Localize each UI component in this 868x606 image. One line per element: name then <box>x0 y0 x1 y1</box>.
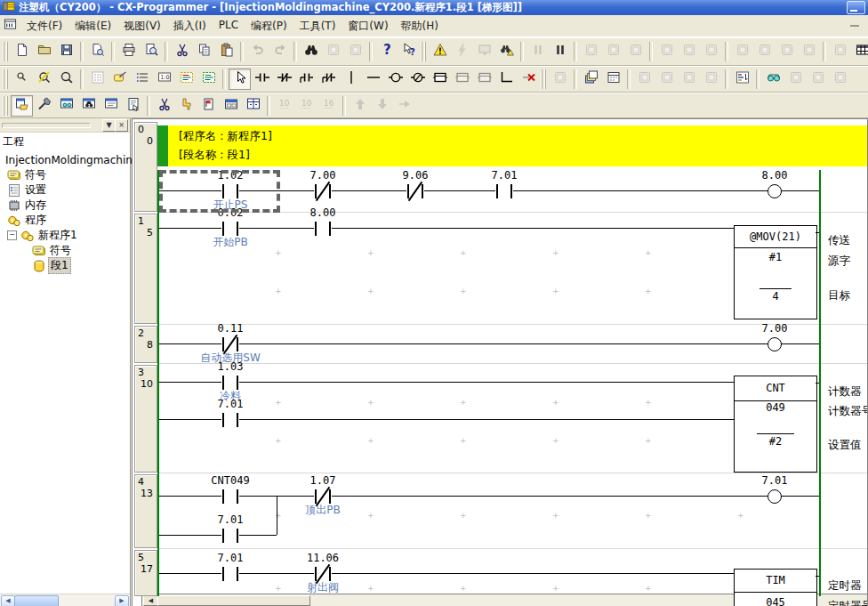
copy-button[interactable] <box>193 41 215 62</box>
rung-margin-3[interactable]: 310 <box>134 365 157 473</box>
local-symbol-table-button[interactable] <box>197 69 220 90</box>
io-table-button[interactable] <box>851 41 868 62</box>
ladder-diagram[interactable]: [程序名 : 新程序1] [段名称 : 段1] ◀ ++++++++++++++… <box>132 118 868 606</box>
tree-item-内存[interactable]: 内存 <box>7 198 48 213</box>
no-contact-CNT049[interactable] <box>221 488 239 505</box>
watch-window-button[interactable] <box>762 69 784 90</box>
tree-item-符号[interactable]: 符号 <box>7 167 48 182</box>
tree-horizontal-scrollbar[interactable]: ◀ ▶ <box>0 594 130 606</box>
new-line-elbow-button[interactable] <box>495 69 518 90</box>
close-icon[interactable]: × <box>115 119 128 132</box>
delete-line-button[interactable] <box>518 69 540 90</box>
rung-margin-4[interactable]: 413 <box>134 474 157 548</box>
tree-expander-minus[interactable]: − <box>7 230 17 240</box>
context-help-button[interactable]: ? <box>398 41 420 62</box>
plc-clock-button[interactable] <box>175 95 197 117</box>
io-comment-view-button[interactable] <box>220 95 242 117</box>
toggle-grid-button[interactable] <box>86 69 108 90</box>
open-button[interactable] <box>33 41 55 62</box>
rung-margin-5[interactable]: 517 <box>134 550 157 596</box>
tree-item-新程序1[interactable]: −新程序1 <box>7 228 79 243</box>
new-horizontal-line-button[interactable] <box>362 69 384 90</box>
nc-contact-7.00[interactable] <box>314 182 332 200</box>
save-button[interactable] <box>55 41 77 62</box>
scroll-thumb[interactable] <box>14 595 59 606</box>
menu-插入I[interactable]: 插入(I) <box>167 16 213 36</box>
select-mode-button[interactable] <box>229 69 251 90</box>
toolbar-grip[interactable] <box>541 69 546 89</box>
symbol-table-button[interactable] <box>175 69 197 90</box>
instruction-block-MOV21[interactable]: @MOV(21)#14 <box>734 225 817 319</box>
tree-item-段1-selected[interactable]: 段1 <box>32 258 71 273</box>
scroll-thumb[interactable] <box>157 595 310 606</box>
monitor-grid-button[interactable] <box>602 69 624 90</box>
menu-PLC[interactable]: PLC <box>213 16 245 36</box>
no-contact-8.00[interactable] <box>314 220 332 238</box>
new-vertical-line-button[interactable] <box>340 69 362 90</box>
output-coil-7.00[interactable] <box>768 337 782 351</box>
output-coil-7.01[interactable] <box>768 489 782 504</box>
toggle-cross-reference-button[interactable] <box>77 95 100 117</box>
zoom-out-button[interactable] <box>55 69 77 90</box>
toolbar-grip[interactable] <box>3 69 8 89</box>
rung-comment-button[interactable] <box>108 69 131 90</box>
view-mnemonics-button[interactable] <box>86 41 108 62</box>
rung-annotation-list-button[interactable] <box>131 69 153 90</box>
new-instruction-button[interactable] <box>429 69 451 90</box>
tree-item-InjectionMoldingmachine[interactable]: InjectionMoldingmachine <box>4 152 141 167</box>
new-or-contact-button[interactable] <box>295 69 317 90</box>
new-closed-contact-button[interactable] <box>273 69 295 90</box>
mdi-child-icon[interactable] <box>4 18 17 34</box>
tree-item-设置[interactable]: 设置 <box>7 182 48 198</box>
menu-编辑E[interactable]: 编辑(E) <box>68 16 117 36</box>
menu-文件F[interactable]: 文件(F) <box>20 16 68 36</box>
print-preview-button[interactable] <box>140 41 162 62</box>
toolbar-grip[interactable] <box>421 42 426 61</box>
rung-margin-2[interactable]: 28 <box>134 326 157 363</box>
compile-all-button[interactable] <box>495 41 518 62</box>
selected-cell-1.02[interactable] <box>159 170 280 213</box>
pause-button[interactable] <box>549 41 571 62</box>
rung-margin-0[interactable]: 00 <box>134 122 157 212</box>
monitor-data-button[interactable]: 1:0 <box>153 69 175 90</box>
instruction-block-TIM[interactable]: TIM045 <box>734 569 817 606</box>
new-or-closed-contact-button[interactable] <box>317 69 340 90</box>
new-closed-coil-button[interactable] <box>406 69 429 90</box>
find-button[interactable] <box>300 41 322 62</box>
scroll-left-icon[interactable]: ◀ <box>1 595 15 606</box>
toggle-project-workspace-button[interactable] <box>11 95 33 117</box>
nc-contact-9.06[interactable] <box>406 182 424 200</box>
tree-item-程序[interactable]: 程序 <box>7 213 48 228</box>
new-coil-button[interactable] <box>384 69 406 90</box>
help-button[interactable]: ? <box>375 41 398 62</box>
no-contact-7.01[interactable] <box>221 527 239 545</box>
toggle-address-reference-button[interactable] <box>100 95 122 117</box>
compile-button[interactable] <box>429 41 451 62</box>
toggle-watch-window-button[interactable] <box>55 95 77 117</box>
new-button[interactable] <box>11 41 33 62</box>
properties-button[interactable] <box>122 95 144 117</box>
paste-button[interactable] <box>215 41 237 62</box>
chevron-down-icon[interactable]: ▼ <box>102 119 116 132</box>
cut-button[interactable] <box>171 41 193 62</box>
no-contact-7.01[interactable] <box>221 411 239 429</box>
no-contact-7.01[interactable] <box>221 565 239 583</box>
new-contact-button[interactable] <box>251 69 273 90</box>
rung-margin-1[interactable]: 15 <box>134 214 157 324</box>
menu-帮助H[interactable]: 帮助(H) <box>395 16 445 36</box>
minimize-button[interactable] <box>847 1 865 14</box>
zoom-to-fit-button[interactable] <box>33 69 55 90</box>
mdi-restore-dash[interactable] <box>850 25 859 27</box>
show-all-levels-button[interactable] <box>580 69 602 90</box>
ladder-view-button[interactable] <box>242 95 264 117</box>
output-coil-8.00[interactable] <box>768 184 782 198</box>
address-reference-tool-button[interactable] <box>731 69 753 90</box>
toolbar-grip[interactable] <box>3 42 8 61</box>
scroll-right-icon[interactable]: ▶ <box>115 595 129 606</box>
print-button[interactable] <box>117 41 140 62</box>
menu-编程P[interactable]: 编程(P) <box>245 16 293 36</box>
menu-工具T[interactable]: 工具(T) <box>293 16 342 36</box>
section-report-button[interactable] <box>197 95 220 117</box>
toggle-output-window-button[interactable] <box>33 95 55 117</box>
no-contact-7.01[interactable] <box>495 182 513 200</box>
